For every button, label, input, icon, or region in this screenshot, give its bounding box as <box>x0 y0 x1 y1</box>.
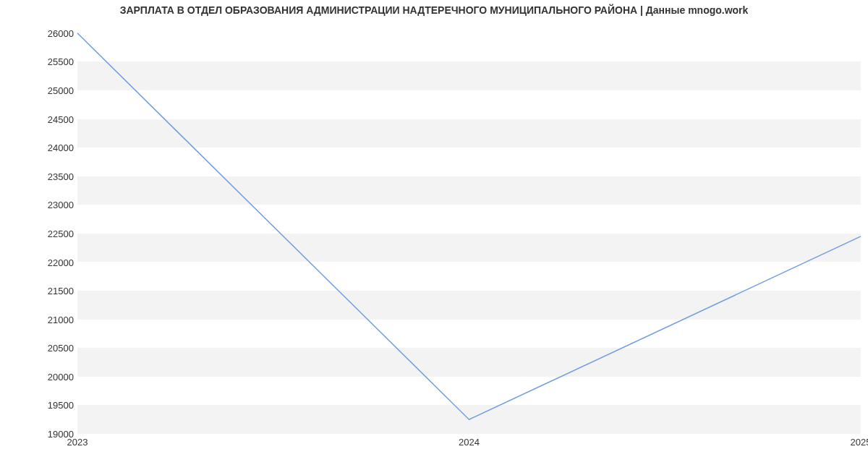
y-tick-label: 20000 <box>30 371 74 382</box>
y-tick-label: 24500 <box>30 114 74 124</box>
y-tick-label: 23500 <box>30 171 74 181</box>
chart-title: ЗАРПЛАТА В ОТДЕЛ ОБРАЗОВАНИЯ АДМИНИСТРАЦ… <box>0 4 868 16</box>
salary-chart: ЗАРПЛАТА В ОТДЕЛ ОБРАЗОВАНИЯ АДМИНИСТРАЦ… <box>0 0 868 470</box>
y-tick-label: 22000 <box>30 257 74 268</box>
y-tick-label: 25500 <box>30 56 74 67</box>
y-tick-label: 19500 <box>30 400 74 411</box>
y-tick-label: 23000 <box>30 200 74 210</box>
plot-area <box>77 22 861 434</box>
x-tick-label: 2023 <box>67 437 88 448</box>
y-tick-label: 21500 <box>30 286 74 296</box>
y-tick-label: 26000 <box>30 27 74 38</box>
y-tick-label: 21000 <box>30 314 74 325</box>
y-tick-label: 22500 <box>30 228 74 239</box>
x-tick-label: 2024 <box>459 437 480 448</box>
y-tick-label: 20500 <box>30 343 74 354</box>
y-tick-label: 25000 <box>30 85 74 96</box>
y-tick-label: 24000 <box>30 142 74 153</box>
line-series <box>77 22 861 434</box>
x-tick-label: 2025 <box>851 437 868 448</box>
